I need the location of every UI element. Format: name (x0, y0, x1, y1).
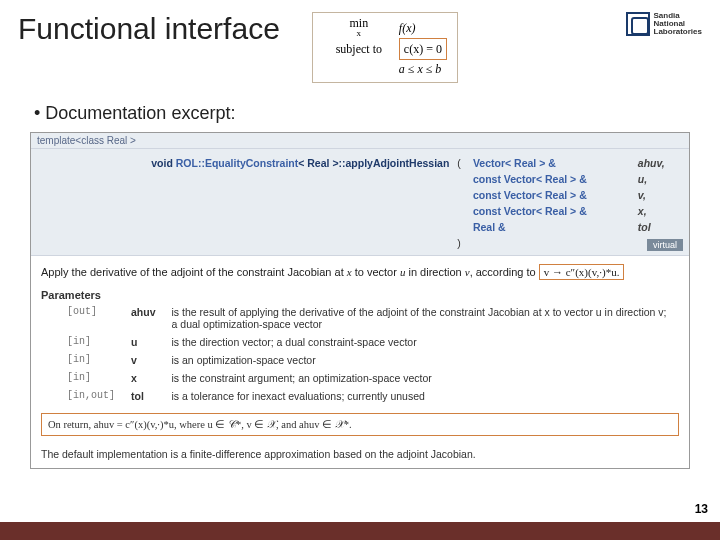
signature-block: void ROL::EqualityConstraint< Real >::ap… (31, 149, 689, 256)
optimization-formula: min x f(x) subject to c(x) = 0 a ≤ x ≤ b (312, 12, 458, 83)
desc-mid1: to vector (352, 266, 400, 278)
param-name-0: ahuv, (638, 157, 665, 169)
param-dir: [in,out] (59, 387, 123, 405)
param-desc: is a tolerance for inexact evaluations; … (164, 387, 679, 405)
param-desc: is the result of applying the derivative… (164, 303, 679, 333)
param-type-3[interactable]: const Vector< Real > & (473, 205, 587, 217)
logo-line3: Laboratories (654, 28, 702, 36)
param-row: [in] x is the constraint argument; an op… (59, 369, 679, 387)
signature-table: void ROL::EqualityConstraint< Real >::ap… (39, 155, 681, 251)
param-type-1[interactable]: const Vector< Real > & (473, 173, 587, 185)
param-desc: is an optimization-space vector (164, 351, 679, 369)
open-paren: ( (453, 155, 469, 171)
param-name-1: u, (638, 173, 647, 185)
param-row: [in,out] tol is a tolerance for inexact … (59, 387, 679, 405)
param-dir: [out] (59, 303, 123, 333)
bound-constraints: a ≤ x ≤ b (399, 62, 442, 76)
bullet-documentation: Documentation excerpt: (34, 103, 702, 124)
param-dir: [in] (59, 333, 123, 351)
description-block: Apply the derivative of the adjoint of t… (31, 256, 689, 289)
logo-icon (626, 12, 650, 36)
sig-declarator: void ROL::EqualityConstraint< Real >::ap… (39, 155, 453, 171)
param-desc: is the direction vector; a dual constrai… (164, 333, 679, 351)
subject-to-label: subject to (323, 40, 395, 58)
objective-fn: f(x) (399, 21, 416, 35)
desc-prefix: Apply the derivative of the adjoint of t… (41, 266, 347, 278)
param-row: [out] ahuv is the result of applying the… (59, 303, 679, 333)
documentation-panel: template<class Real > void ROL::Equality… (30, 132, 690, 469)
param-row: [in] u is the direction vector; a dual c… (59, 333, 679, 351)
class-link[interactable]: ROL::EqualityConstraint (176, 157, 299, 169)
param-name-4: tol (638, 221, 651, 233)
parameters-table: [out] ahuv is the result of applying the… (59, 303, 679, 405)
default-impl-note: The default implementation is a finite-d… (31, 440, 689, 468)
logo-text: Sandia National Laboratories (654, 12, 702, 36)
param-nm: v (123, 351, 164, 369)
desc-mid2: in direction (405, 266, 464, 278)
virtual-badge: virtual (647, 239, 683, 251)
min-operator: min x (323, 17, 395, 38)
param-row: [in] v is an optimization-space vector (59, 351, 679, 369)
return-type: void (151, 157, 176, 169)
param-desc: is the constraint argument; an optimizat… (164, 369, 679, 387)
method-name: < Real >::applyAdjointHessian (298, 157, 449, 169)
param-type-4[interactable]: Real & (473, 221, 506, 233)
param-dir: [in] (59, 369, 123, 387)
param-name-3: x, (638, 205, 647, 217)
desc-suffix: , according to (470, 266, 539, 278)
param-name-2: v, (638, 189, 646, 201)
template-header: template<class Real > (31, 133, 689, 149)
slide: Functional interface min x f(x) subject … (0, 0, 720, 540)
param-type-2[interactable]: const Vector< Real > & (473, 189, 587, 201)
header-row: Functional interface min x f(x) subject … (18, 12, 702, 83)
param-type-0[interactable]: Vector< Real > & (473, 157, 556, 169)
param-nm: x (123, 369, 164, 387)
param-nm: tol (123, 387, 164, 405)
param-nm: ahuv (123, 303, 164, 333)
page-number: 13 (693, 502, 710, 516)
mapping-box: v → c″(x)(v,·)*u. (539, 264, 625, 280)
min-subscript: x (323, 29, 395, 38)
parameters-heading: Parameters (31, 289, 689, 303)
param-nm: u (123, 333, 164, 351)
param-dir: [in] (59, 351, 123, 369)
close-paren: ) (453, 235, 469, 251)
return-box: On return, ahuv = c″(x)(v,·)*u, where u … (41, 413, 679, 436)
slide-title: Functional interface (18, 12, 300, 46)
sandia-logo: Sandia National Laboratories (626, 12, 702, 36)
footer-bar (0, 520, 720, 540)
equality-constraint: c(x) = 0 (399, 38, 447, 60)
